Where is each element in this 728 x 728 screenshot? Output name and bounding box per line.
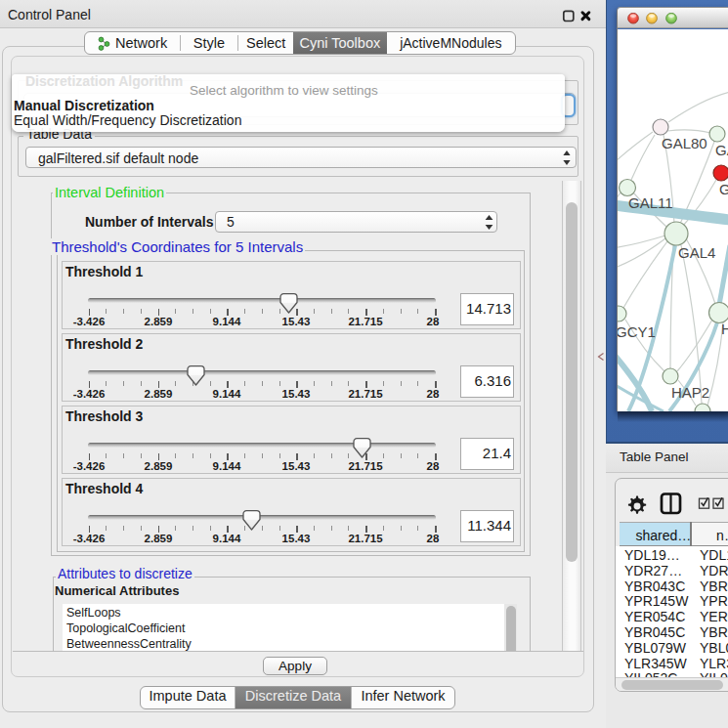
- svg-text:GCY1: GCY1: [618, 323, 656, 340]
- svg-text:GAL80: GAL80: [662, 135, 707, 151]
- svg-text:GC: GC: [719, 181, 728, 197]
- svg-text:GAL4: GAL4: [678, 244, 715, 261]
- svg-text:GAL11: GAL11: [628, 194, 673, 211]
- svg-text:HI: HI: [721, 321, 728, 337]
- svg-text:GAL: GAL: [715, 142, 728, 158]
- svg-text:HAP2: HAP2: [671, 384, 709, 401]
